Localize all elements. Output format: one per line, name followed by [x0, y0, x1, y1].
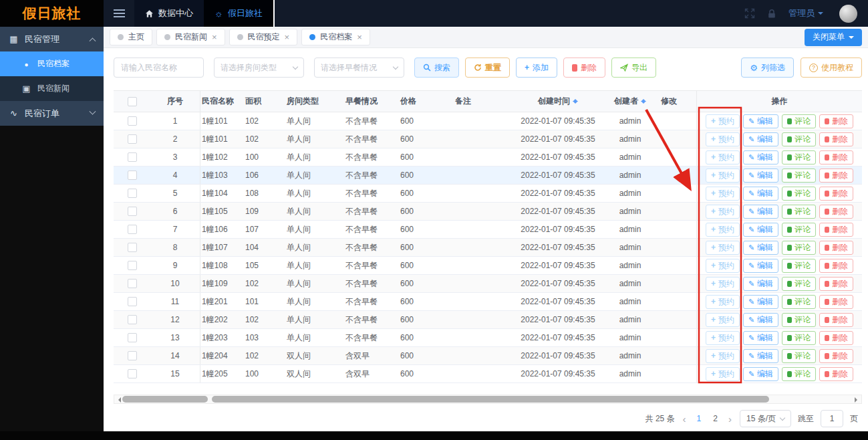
reserve-button[interactable]: 预约: [706, 223, 740, 237]
comment-button[interactable]: 评论: [782, 259, 816, 273]
horizontal-scrollbar[interactable]: [114, 395, 862, 404]
row-delete-button[interactable]: 删除: [819, 277, 853, 291]
comment-button[interactable]: 评论: [782, 367, 816, 381]
row-delete-button[interactable]: 删除: [819, 241, 853, 255]
row-delete-button[interactable]: 删除: [819, 205, 853, 219]
edit-button[interactable]: 编辑: [743, 187, 778, 201]
reserve-button[interactable]: 预约: [706, 187, 740, 201]
table-row[interactable]: 6 1幢105 109 单人间 不含早餐 600 2022-01-07 09:4…: [114, 203, 862, 221]
reserve-button[interactable]: 预约: [706, 169, 740, 183]
tab-homestay-booking[interactable]: 民宿预定: [229, 29, 298, 45]
header-cell-creator[interactable]: 创建者: [601, 91, 660, 112]
delete-button[interactable]: 删除: [563, 58, 605, 78]
close-menu-button[interactable]: 关闭菜单: [805, 29, 862, 46]
row-checkbox[interactable]: [128, 297, 137, 306]
edit-button[interactable]: 编辑: [743, 169, 778, 183]
edit-button[interactable]: 编辑: [743, 223, 778, 237]
row-delete-button[interactable]: 删除: [819, 295, 853, 309]
reserve-button[interactable]: 预约: [706, 114, 740, 128]
reserve-button[interactable]: 预约: [706, 241, 740, 255]
reserve-button[interactable]: 预约: [706, 331, 740, 345]
page-number-1[interactable]: 1: [694, 414, 704, 423]
reserve-button[interactable]: 预约: [706, 132, 740, 146]
edit-button[interactable]: 编辑: [743, 295, 778, 309]
table-row[interactable]: 11 1幢201 101 单人间 不含早餐 600 2022-01-07 09:…: [114, 293, 862, 311]
column-filter-button[interactable]: 列筛选: [741, 58, 794, 78]
edit-button[interactable]: 编辑: [743, 132, 778, 146]
row-checkbox[interactable]: [128, 315, 137, 324]
page-number-2[interactable]: 2: [710, 414, 720, 423]
comment-button[interactable]: 评论: [782, 295, 816, 309]
row-checkbox[interactable]: [128, 333, 137, 342]
scroll-left-icon[interactable]: [116, 397, 121, 403]
sort-icon[interactable]: [573, 96, 578, 106]
close-icon[interactable]: [357, 32, 362, 42]
table-row[interactable]: 14 1幢204 102 双人间 含双早 600 2022-01-07 09:4…: [114, 347, 862, 365]
edit-button[interactable]: 编辑: [743, 150, 778, 164]
table-row[interactable]: 9 1幢108 105 单人间 不含早餐 600 2022-01-07 09:4…: [114, 257, 862, 275]
prev-page-button[interactable]: ‹: [682, 413, 688, 425]
row-delete-button[interactable]: 删除: [819, 169, 853, 183]
table-row[interactable]: 13 1幢203 103 单人间 不含早餐 600 2022-01-07 09:…: [114, 329, 862, 347]
scrollbar-thumb[interactable]: [122, 396, 208, 403]
sort-icon[interactable]: [641, 96, 646, 106]
row-checkbox[interactable]: [128, 134, 137, 144]
sidebar-item-homestay-news[interactable]: 民宿新闻: [0, 76, 104, 101]
lock-icon[interactable]: [767, 9, 776, 19]
reset-button[interactable]: 重置: [465, 58, 510, 78]
edit-button[interactable]: 编辑: [743, 241, 778, 255]
row-delete-button[interactable]: 删除: [819, 313, 853, 327]
comment-button[interactable]: 评论: [782, 114, 816, 128]
edit-button[interactable]: 编辑: [743, 367, 778, 381]
row-delete-button[interactable]: 删除: [819, 187, 853, 201]
row-checkbox[interactable]: [128, 261, 137, 270]
edit-button[interactable]: 编辑: [743, 277, 778, 291]
reserve-button[interactable]: 预约: [706, 295, 740, 309]
table-row[interactable]: 10 1幢109 102 单人间 不含早餐 600 2022-01-07 09:…: [114, 275, 862, 293]
row-checkbox[interactable]: [128, 116, 137, 126]
sidebar-toggle-button[interactable]: [104, 0, 134, 27]
comment-button[interactable]: 评论: [782, 223, 816, 237]
comment-button[interactable]: 评论: [782, 187, 816, 201]
comment-button[interactable]: 评论: [782, 205, 816, 219]
jump-page-input[interactable]: [821, 410, 843, 427]
topnav-item-datacenter[interactable]: 数据中心: [134, 0, 204, 27]
edit-button[interactable]: 编辑: [743, 349, 778, 363]
comment-button[interactable]: 评论: [782, 331, 816, 345]
tab-home[interactable]: 主页: [110, 29, 152, 45]
sidebar-item-homestay-orders[interactable]: 民宿订单: [0, 101, 104, 126]
table-row[interactable]: 1 1幢101 102 单人间 不含早餐 600 2022-01-07 09:4…: [114, 112, 862, 130]
search-button[interactable]: 搜索: [414, 58, 459, 78]
add-button[interactable]: 添加: [516, 58, 557, 78]
close-icon[interactable]: [212, 32, 217, 42]
reserve-button[interactable]: 预约: [706, 313, 740, 327]
row-checkbox[interactable]: [128, 189, 137, 198]
topnav-item-hostel[interactable]: 假日旅社: [204, 0, 275, 27]
tab-homestay-archive[interactable]: 民宿档案: [301, 29, 370, 45]
row-checkbox[interactable]: [128, 351, 137, 360]
row-delete-button[interactable]: 删除: [819, 114, 853, 128]
next-page-button[interactable]: ›: [727, 413, 733, 425]
comment-button[interactable]: 评论: [782, 150, 816, 164]
row-checkbox[interactable]: [128, 152, 137, 162]
table-row[interactable]: 3 1幢102 100 单人间 不含早餐 600 2022-01-07 09:4…: [114, 148, 862, 167]
user-menu[interactable]: 管理员: [788, 7, 823, 19]
comment-button[interactable]: 评论: [782, 349, 816, 363]
row-delete-button[interactable]: 删除: [819, 331, 853, 345]
tab-homestay-news[interactable]: 民宿新闻: [156, 29, 225, 45]
row-delete-button[interactable]: 删除: [819, 349, 853, 363]
reserve-button[interactable]: 预约: [706, 259, 740, 273]
table-row[interactable]: 7 1幢106 107 单人间 不含早餐 600 2022-01-07 09:4…: [114, 221, 862, 239]
page-size-select[interactable]: 15 条/页: [740, 410, 791, 427]
table-row[interactable]: 8 1幢107 104 单人间 不含早餐 600 2022-01-07 09:4…: [114, 239, 862, 257]
row-delete-button[interactable]: 删除: [819, 367, 853, 381]
sidebar-item-homestay-archive[interactable]: 民宿档案: [0, 51, 104, 76]
comment-button[interactable]: 评论: [782, 132, 816, 146]
edit-button[interactable]: 编辑: [743, 205, 778, 219]
reserve-button[interactable]: 预约: [706, 277, 740, 291]
comment-button[interactable]: 评论: [782, 277, 816, 291]
close-icon[interactable]: [285, 32, 290, 42]
row-delete-button[interactable]: 删除: [819, 150, 853, 164]
select-all-checkbox[interactable]: [128, 97, 137, 106]
room-type-select[interactable]: 请选择房间类型: [214, 58, 304, 78]
